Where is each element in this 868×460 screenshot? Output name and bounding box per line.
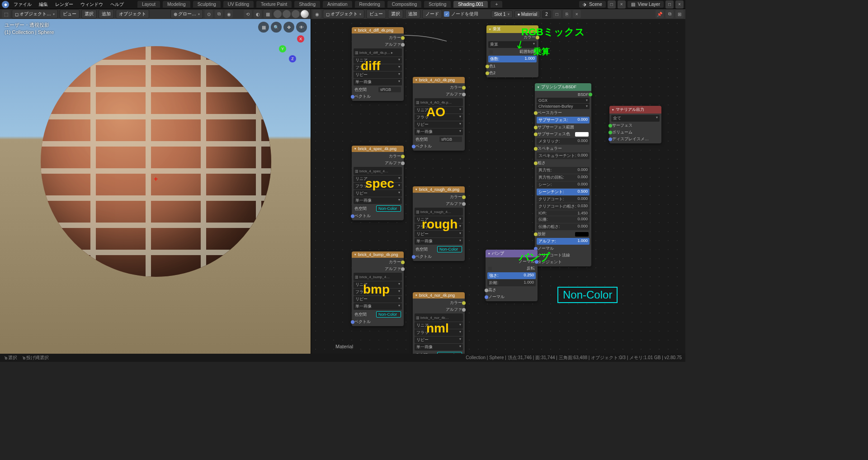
node-header[interactable]: brick_4_AO_4k.png	[413, 77, 465, 83]
menu-edit[interactable]: 編集	[36, 0, 51, 9]
image-texture-rough-node[interactable]: brick_4_rough_4k.png カラー アルファ ▥brick_4_r…	[413, 186, 465, 261]
ne-menu-select[interactable]: 選択	[388, 9, 403, 19]
ne-overlay-icon[interactable]: ⊞	[675, 10, 684, 18]
node-header[interactable]: バンプ	[486, 250, 538, 257]
editor-type-3dview-icon[interactable]: ⬚	[2, 10, 10, 18]
bsdf-row[interactable]: 伝播:0.000	[537, 216, 590, 223]
image-selector[interactable]: ▥brick_4_diff_4k.p…▸	[354, 48, 402, 57]
bsdf-row[interactable]: シーン:0.000	[537, 181, 590, 188]
node-header[interactable]: brick_4_rough_4k.png	[413, 186, 465, 193]
blender-logo-icon[interactable]: ◆	[2, 1, 9, 8]
mix-rgb-node[interactable]: 乗算 カラー 乗算 範囲制限 係数:1.000 色1 色2	[486, 25, 538, 77]
tab-rendering[interactable]: Rendering	[355, 1, 385, 8]
colorspace-select[interactable]: sRGB	[378, 87, 401, 92]
node-header[interactable]: brick_4_spec_4k.png	[352, 146, 404, 152]
viewlayer-del-icon[interactable]: ×	[675, 0, 684, 9]
camera-view-icon[interactable]: ▦	[258, 22, 269, 33]
bsdf-row[interactable]: スペキュラーチント:0.000	[537, 152, 590, 159]
editor-type-shader-icon[interactable]: ◉	[313, 10, 321, 18]
distance-slider[interactable]: 距離:1.000	[487, 280, 536, 286]
node-header[interactable]: brick_4_bump_4k.png	[352, 251, 404, 258]
shading-rendered-icon[interactable]	[301, 10, 309, 18]
scene-new-icon[interactable]: □	[608, 0, 616, 9]
slot-select[interactable]: Slot 1	[491, 10, 513, 18]
strength-slider[interactable]: 強さ:0.250	[487, 272, 536, 279]
bsdf-row[interactable]: シーンチント:0.500	[537, 189, 590, 195]
node-header[interactable]: プリンシプルBSDF	[535, 83, 591, 91]
colorspace-noncolor[interactable]: Non-Color	[376, 205, 401, 212]
pivot-icon[interactable]: ⊙	[205, 10, 213, 18]
bsdf-row[interactable]: IOR:1.450	[537, 210, 590, 216]
zoom-icon[interactable]: 🔍	[271, 22, 282, 33]
blend-mode-select[interactable]: 乗算	[488, 41, 537, 48]
tab-animation[interactable]: Animation	[323, 1, 352, 8]
tab-modeling[interactable]: Modeling	[163, 1, 190, 8]
image-texture-diff-node[interactable]: brick_4_diff_4k.png カラー アルファ ▥brick_4_di…	[352, 27, 404, 101]
tab-add[interactable]: +	[491, 1, 502, 8]
sphere-mesh[interactable]	[41, 46, 271, 277]
source-select[interactable]: 単一画像	[354, 79, 402, 85]
tab-layout[interactable]: Layout	[137, 1, 160, 8]
new-material-icon[interactable]: □	[553, 10, 561, 18]
menu-file[interactable]: ファイル	[11, 0, 34, 9]
vp-menu-add[interactable]: 追加	[99, 9, 114, 19]
material-users[interactable]: 2	[542, 10, 551, 18]
material-output-node[interactable]: マテリアル出力 全て サーフェス ボリューム ディスプレイスメ…	[609, 106, 661, 143]
bsdf-row[interactable]: クリアコートの粗さ:0.030	[537, 203, 590, 210]
tab-shading001[interactable]: Shading.001	[453, 1, 488, 8]
tab-uvediting[interactable]: UV Editing	[223, 1, 254, 8]
copy-material-icon[interactable]: ⎘	[563, 10, 571, 18]
interp-select[interactable]: リニア	[354, 57, 402, 64]
ne-menu-view[interactable]: ビュー	[366, 9, 386, 19]
menu-render[interactable]: レンダー	[52, 0, 76, 9]
viewlayer-new-icon[interactable]: □	[665, 0, 674, 9]
vp-menu-select[interactable]: 選択	[81, 9, 97, 19]
propedit-icon[interactable]: ◉	[225, 10, 233, 18]
tab-sculpting[interactable]: Sculpting	[193, 1, 221, 8]
pan-icon[interactable]: ✥	[283, 22, 294, 33]
bump-node[interactable]: バンプ ノーマル 反転 強さ:0.250 距離:1.000 高さ ノーマル	[486, 250, 538, 301]
shading-lookdev-icon[interactable]	[292, 10, 300, 18]
principled-bsdf-node[interactable]: プリンシプルBSDF BSDF GGX Christensen-Burley ベ…	[535, 83, 591, 266]
node-header[interactable]: 乗算	[486, 25, 538, 33]
rotate-icon[interactable]: 👁	[296, 22, 307, 33]
scene-del-icon[interactable]: ×	[618, 0, 626, 9]
node-header[interactable]: brick_4_diff_4k.png	[352, 27, 404, 33]
tab-scripting[interactable]: Scripting	[424, 1, 451, 8]
pin-icon[interactable]: 📌	[656, 10, 664, 18]
bsdf-row[interactable]: 異方性の回転:0.000	[537, 174, 590, 181]
ne-menu-node[interactable]: ノード	[422, 9, 442, 19]
overlay-gizmo-icon[interactable]: ⟲	[244, 10, 252, 18]
bsdf-row[interactable]: 伝播の粗さ:0.000	[537, 223, 590, 230]
bsdf-row[interactable]: メタリック:0.000	[537, 138, 590, 145]
snap-icon[interactable]: ⧉	[215, 10, 223, 18]
viewlayer-selector[interactable]: ▤ View Layer	[627, 1, 664, 8]
bsdf-row[interactable]: 異方性:0.000	[537, 167, 590, 174]
bsdf-row[interactable]: アルファ:1.000	[537, 238, 590, 245]
fac-slider[interactable]: 係数:1.000	[488, 56, 537, 62]
image-texture-bump-node[interactable]: brick_4_bump_4k.png カラー アルファ ▥brick_4_bu…	[352, 251, 404, 326]
shading-wire-icon[interactable]	[274, 10, 282, 18]
scene-selector[interactable]: ⬗ Scene	[579, 1, 605, 8]
material-name-field[interactable]: ● Material	[514, 10, 541, 18]
tab-compositing[interactable]: Compositing	[387, 1, 422, 8]
mode-select[interactable]: ◻オブジェクト…	[12, 9, 58, 19]
unlink-material-icon[interactable]: ×	[573, 10, 581, 18]
snap-ne-icon[interactable]: ⧉	[665, 10, 674, 18]
menu-window[interactable]: ウィンドウ	[78, 0, 106, 9]
shading-solid-icon[interactable]	[283, 10, 291, 18]
bsdf-row[interactable]: サブサーフェス:0.000	[537, 117, 590, 123]
shader-node-editor[interactable]: brick_4_diff_4k.png カラー アルファ ▥brick_4_di…	[311, 19, 685, 354]
image-selector[interactable]: ▥brick_4_AO_4k.p…	[415, 98, 463, 106]
proj-select[interactable]: フラッ	[354, 64, 402, 71]
image-texture-normal-node[interactable]: brick_4_nor_4k.png カラー アルファ ▥brick_4_nor…	[413, 292, 465, 354]
tab-texturepaint[interactable]: Texture Paint	[256, 1, 292, 8]
shader-type-select[interactable]: ◻オブジェクト	[323, 9, 364, 19]
overlay-toggle-icon[interactable]: ◐	[254, 10, 262, 18]
ne-menu-add[interactable]: 追加	[405, 9, 420, 19]
image-texture-spec-node[interactable]: brick_4_spec_4k.png カラー アルファ ▥brick_4_sp…	[352, 146, 404, 220]
navigation-gizmo[interactable]: X Y Z	[279, 35, 306, 62]
node-header[interactable]: マテリアル出力	[609, 106, 661, 114]
tab-shading[interactable]: Shading	[294, 1, 320, 8]
image-texture-ao-node[interactable]: brick_4_AO_4k.png カラー アルファ ▥brick_4_AO_4…	[413, 77, 465, 151]
